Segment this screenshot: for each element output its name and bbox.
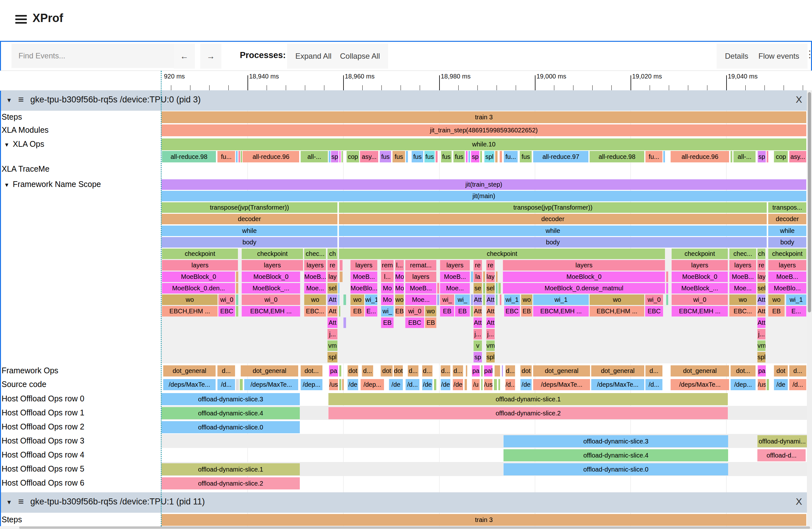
close-track-button[interactable]: X [796, 94, 802, 105]
trace-event[interactable]: lay [486, 272, 495, 282]
trace-event[interactable]: /deps/MaxTe... [591, 379, 644, 390]
trace-event[interactable]: dot_general [670, 365, 729, 376]
trace-event[interactable]: wi_0 [645, 295, 663, 305]
trace-event[interactable] [339, 260, 343, 271]
trace-event[interactable]: dot [520, 365, 532, 376]
trace-event[interactable] [496, 295, 497, 305]
trace-event[interactable]: fu... [645, 151, 663, 162]
trace-event[interactable]: fus [379, 151, 391, 162]
trace-event[interactable]: checkpoint [339, 248, 665, 259]
trace-event[interactable]: decoder [161, 214, 337, 224]
trace-event[interactable]: /u [472, 379, 480, 390]
trace-event[interactable]: offload-dynamic-slice.1 [161, 463, 300, 475]
trace-event[interactable]: layers [405, 272, 436, 282]
trace-event[interactable] [498, 283, 501, 294]
trace-event[interactable]: l... [395, 260, 404, 271]
trace-event[interactable]: offload-dynamic-slice.2 [161, 477, 300, 489]
trace-event[interactable]: E... [365, 306, 377, 316]
collapse-arrow-icon[interactable]: ▾ [8, 96, 11, 104]
trace-event[interactable]: transpose(jvp(Transformer)) [339, 202, 767, 213]
trace-event[interactable]: Moe... [440, 283, 470, 294]
trace-event[interactable]: j... [757, 329, 766, 340]
trace-event[interactable]: Att [486, 317, 495, 328]
trace-event[interactable]: Moe... [729, 283, 756, 294]
trace-event[interactable] [471, 306, 473, 316]
horizontal-scrollbar-thumb[interactable] [19, 527, 810, 529]
trace-event[interactable] [236, 379, 239, 390]
trace-event[interactable]: dot_general [533, 365, 590, 376]
trace-event[interactable]: EBCM,EMH ... [671, 306, 728, 316]
row-label-expandable[interactable]: ▾Framework Name Scope [5, 180, 101, 189]
trace-event[interactable] [494, 365, 500, 376]
trace-event[interactable]: vm [486, 340, 495, 351]
trace-event[interactable] [471, 272, 473, 282]
trace-event[interactable] [343, 317, 346, 328]
trace-event[interactable]: wi_ [381, 306, 394, 316]
trace-event[interactable]: EBC [645, 306, 663, 316]
find-prev-button[interactable]: ← [174, 44, 195, 69]
trace-event[interactable]: re [486, 260, 495, 271]
trace-event[interactable]: fu... [217, 151, 235, 162]
trace-event[interactable]: ch [327, 248, 337, 259]
trace-event[interactable] [236, 272, 238, 282]
trace-event[interactable] [339, 151, 340, 162]
trace-event[interactable]: MoeBlo... [768, 283, 806, 294]
trace-event[interactable]: Moe... [405, 295, 436, 305]
trace-event[interactable]: Att [757, 317, 766, 328]
trace-event[interactable]: /us [757, 379, 766, 390]
trace-event[interactable] [480, 151, 482, 162]
trace-event[interactable]: re [473, 260, 482, 271]
find-next-button[interactable]: → [200, 44, 221, 69]
trace-event[interactable]: MoeB... [729, 272, 756, 282]
trace-event[interactable]: re [327, 260, 337, 271]
trace-event[interactable]: se [473, 283, 482, 294]
trace-event[interactable] [666, 283, 668, 294]
trace-event[interactable]: EBCH,EHM ... [590, 306, 644, 316]
trace-event[interactable]: train 3 [161, 111, 806, 123]
trace-event[interactable]: lay [327, 272, 337, 282]
trace-event[interactable]: d... [505, 365, 515, 376]
trace-event[interactable]: layers [304, 260, 326, 271]
trace-event[interactable]: fus [392, 151, 405, 162]
trace-event[interactable]: fus [441, 151, 452, 162]
trace-event[interactable]: offload-dynami... [757, 435, 807, 447]
trace-event[interactable]: EB [455, 306, 470, 316]
trace-event[interactable]: Mo [381, 295, 394, 305]
trace-event[interactable]: la [473, 272, 482, 282]
trace-event[interactable]: Att [757, 295, 766, 305]
trace-event[interactable] [236, 295, 238, 305]
trace-event[interactable]: /d... [645, 379, 663, 390]
trace-event[interactable] [338, 295, 339, 305]
collapse-all-button[interactable]: Collapse All [332, 44, 388, 69]
trace-event[interactable] [437, 295, 439, 305]
trace-event[interactable] [483, 283, 485, 294]
trace-event[interactable] [238, 151, 240, 162]
expand-arrow-icon[interactable]: ▾ [5, 181, 8, 188]
trace-event[interactable]: l... [381, 272, 394, 282]
trace-event[interactable] [498, 379, 500, 390]
trace-event[interactable]: offload-dynamic-slice.2 [328, 407, 728, 419]
trace-event[interactable]: v [473, 340, 482, 351]
trace-event[interactable]: MoeBlock_0 [242, 272, 300, 282]
trace-event[interactable]: MoeBlock_0 [671, 272, 728, 282]
trace-event[interactable]: EB [425, 317, 436, 328]
trace-event[interactable]: cop [774, 151, 788, 162]
trace-event[interactable] [499, 151, 502, 162]
trace-event[interactable]: asy... [789, 151, 806, 162]
trace-event[interactable]: wo [729, 295, 756, 305]
trace-event[interactable]: /de [347, 379, 358, 390]
trace-event[interactable]: offload-dynamic-slice.0 [161, 421, 300, 433]
trace-event[interactable]: wo [162, 295, 218, 305]
trace-event[interactable]: sel [757, 283, 766, 294]
trace-event[interactable]: Moe... [304, 283, 326, 294]
trace-event[interactable]: EB [440, 306, 454, 316]
trace-event[interactable]: MoeBlock_... [242, 283, 300, 294]
trace-event[interactable]: while [768, 226, 806, 236]
trace-event[interactable]: EB [350, 306, 364, 316]
trace-event[interactable]: dot [347, 365, 358, 376]
trace-event[interactable] [666, 295, 668, 305]
trace-event[interactable]: fu... [504, 151, 518, 162]
trace-event[interactable]: spl [327, 352, 337, 362]
trace-event[interactable] [496, 272, 497, 282]
drag-handle-icon[interactable]: ≡ [18, 496, 24, 507]
